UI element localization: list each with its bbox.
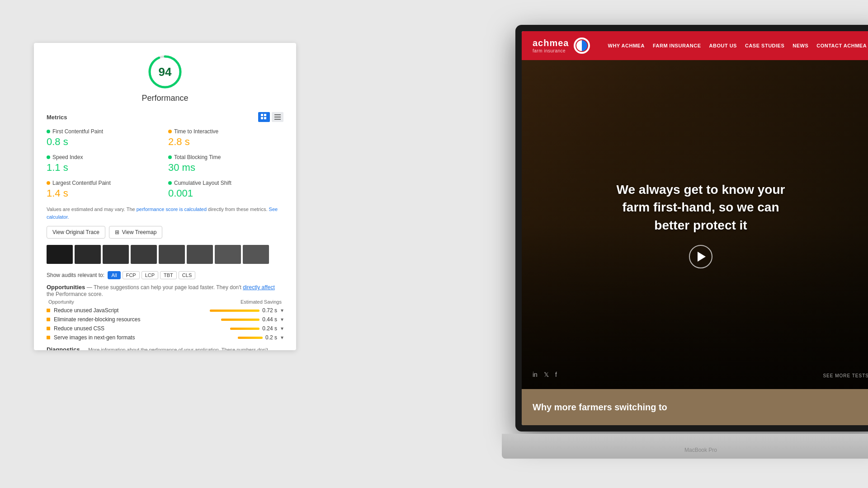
svg-rect-7 [274,117,281,117]
lower-section: Why more farmers switching to [522,389,868,425]
trace-btn-label: View Original Trace [52,229,99,235]
tti-value: 2.8 s [168,136,283,148]
achmea-logo: achmea farm insurance [533,38,590,54]
svg-rect-6 [274,114,281,115]
macbook-base: MacBook Pro [502,434,868,459]
opp-bar-4 [238,337,263,339]
opp-name-3: Reduce unused CSS [54,325,226,332]
frame-8 [243,245,269,264]
metric-lcp: Largest Contentful Paint 1.4 s [47,180,162,199]
filmstrip [47,245,283,264]
grid-view-btn[interactable] [258,112,270,122]
achmea-site: achmea farm insurance WHY ACHMEA FARM IN… [522,31,868,425]
social-icons: in 𝕏 f [533,371,557,378]
frame-5 [159,245,185,264]
treemap-icon: ⊞ [115,229,119,235]
perf-score-link[interactable]: performance score is calculated [137,206,207,212]
show-audits-label: Show audits relevant to: [47,272,104,278]
si-dot [47,155,50,159]
si-label: Speed Index [52,154,83,160]
tbt-dot [168,155,172,159]
lcp-value: 1.4 s [47,188,162,199]
view-trace-btn[interactable]: View Original Trace [47,226,105,239]
opp-savings-1: 0.72 s [262,307,277,314]
opp-item-4[interactable]: Serve images in next-gen formats 0.2 s ▾ [47,334,283,341]
directly-affect-link-opp[interactable]: directly affect [243,284,274,291]
filter-fcp[interactable]: FCP [123,271,140,279]
opp-bar-container-2: 0.44 s [221,316,277,323]
opp-columns: Opportunity Estimated Savings [47,299,283,305]
opp-chevron-3[interactable]: ▾ [281,325,283,332]
opp-item-2[interactable]: Eliminate render-blocking resources 0.44… [47,316,283,323]
nav-link-case-studies[interactable]: CASE STUDIES [745,43,784,48]
hero-title: We always get to know your farm first-ha… [610,181,791,234]
nav-link-farm-insurance[interactable]: FARM INSURANCE [653,43,701,48]
linkedin-icon[interactable]: in [533,371,538,378]
logo-text: achmea farm insurance [533,38,569,53]
fcp-label: First Contentful Paint [52,128,103,135]
tti-dot [168,130,172,133]
play-button[interactable] [689,245,712,268]
opp-item-1[interactable]: Reduce unused JavaScript 0.72 s ▾ [47,307,283,314]
nav-link-contact[interactable]: CONTACT ACHMEA [816,43,867,48]
metric-fcp: First Contentful Paint 0.8 s [47,128,162,148]
opp-title: Opportunities [47,284,85,291]
tbt-label: Total Blocking Time [174,154,221,160]
play-icon [698,252,706,262]
logo-sub: farm insurance [533,48,569,53]
tbt-value: 30 ms [168,162,283,174]
filter-cls[interactable]: CLS [179,271,195,279]
opp-savings-4: 0.2 s [265,334,277,341]
see-more-tests[interactable]: SEE MORE TESTS [823,373,868,378]
achmea-logo-icon-inner [576,39,588,52]
svg-rect-4 [261,117,263,119]
logo-main: achmea [533,38,569,48]
frame-6 [187,245,213,264]
opp-col1: Opportunity [48,299,74,305]
opp-name-4: Serve images in next-gen formats [54,334,234,341]
hero-content: We always get to know your farm first-ha… [610,181,791,268]
opp-chevron-1[interactable]: ▾ [281,307,283,314]
nav-link-news[interactable]: NEWS [793,43,808,48]
opp-dot-1 [47,309,50,312]
list-view-btn[interactable] [272,112,283,122]
opp-bar-container-4: 0.2 s [238,334,277,341]
frame-2 [75,245,101,264]
filter-all[interactable]: All [108,271,120,279]
score-circle: 94 [147,54,183,90]
metrics-header: Metrics [47,112,283,122]
lighthouse-panel: 94 Performance Metrics First Contentful … [34,43,296,350]
opp-bar-container-1: 0.72 s [210,307,277,314]
footnote: Values are estimated and may vary. The p… [47,206,283,221]
metric-tbt: Total Blocking Time 30 ms [168,154,283,174]
opp-bar-1 [210,310,259,312]
metrics-toggle [258,112,283,122]
opp-chevron-2[interactable]: ▾ [281,316,283,323]
tti-label: Time to Interactive [174,128,218,135]
cls-label: Cumulative Layout Shift [174,180,231,186]
opp-dot-4 [47,336,50,339]
show-audits-bar: Show audits relevant to: All FCP LCP TBT… [47,271,283,279]
score-container: 94 Performance [47,54,283,103]
opp-chevron-4[interactable]: ▾ [281,334,283,341]
audit-filter: All FCP LCP TBT CLS [108,271,195,279]
facebook-icon[interactable]: f [555,371,557,378]
score-label: Performance [142,94,188,103]
achmea-logo-icon [574,38,590,54]
nav-link-why-achmea[interactable]: WHY ACHMEA [608,43,645,48]
hero-section: We always get to know your farm first-ha… [522,60,868,389]
view-treemap-btn[interactable]: ⊞ View Treemap [109,226,162,239]
opp-col2: Estimated Savings [241,299,282,305]
opp-item-3[interactable]: Reduce unused CSS 0.24 s ▾ [47,325,283,332]
twitter-icon[interactable]: 𝕏 [544,371,549,378]
treemap-btn-label: View Treemap [122,229,156,235]
action-buttons: View Original Trace ⊞ View Treemap [47,226,283,239]
opp-name-2: Eliminate render-blocking resources [54,316,217,323]
macbook-screen: achmea farm insurance WHY ACHMEA FARM IN… [522,31,868,425]
opp-dot-3 [47,327,50,330]
svg-rect-2 [261,114,263,116]
macbook-container: achmea farm insurance WHY ACHMEA FARM IN… [515,25,868,459]
filter-lcp[interactable]: LCP [142,271,158,279]
filter-tbt[interactable]: TBT [160,271,177,279]
nav-link-about-us[interactable]: ABOUT US [709,43,737,48]
